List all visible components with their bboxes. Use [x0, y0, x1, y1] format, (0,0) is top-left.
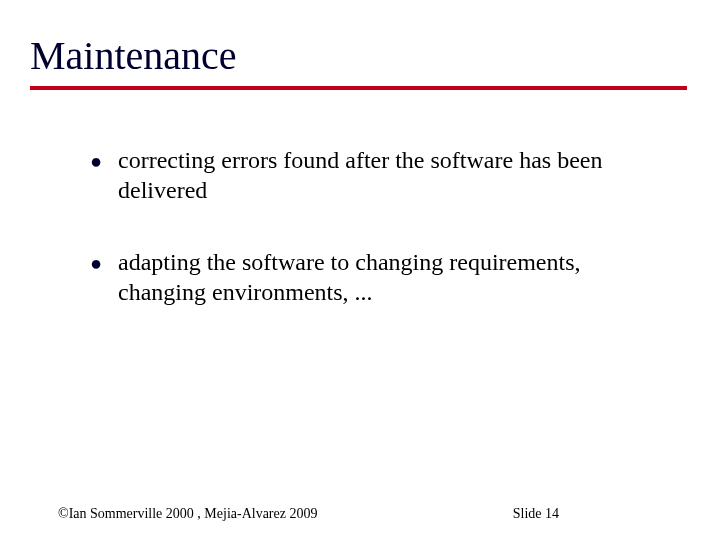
slide: Maintenance ● correcting errors found af…	[0, 0, 717, 538]
slide-footer: ©Ian Sommerville 2000 , Mejia-Alvarez 20…	[0, 506, 717, 522]
bullet-icon: ●	[90, 247, 118, 277]
copyright-text: ©Ian Sommerville 2000 , Mejia-Alvarez 20…	[58, 506, 317, 522]
slide-title: Maintenance	[30, 34, 687, 84]
slide-number: Slide 14	[513, 506, 659, 522]
list-item: ● adapting the software to changing requ…	[90, 247, 657, 307]
bullet-icon: ●	[90, 145, 118, 175]
list-item-text: correcting errors found after the softwa…	[118, 145, 657, 205]
list-item-text: adapting the software to changing requir…	[118, 247, 657, 307]
list-item: ● correcting errors found after the soft…	[90, 145, 657, 205]
slide-body: ● correcting errors found after the soft…	[30, 90, 687, 307]
